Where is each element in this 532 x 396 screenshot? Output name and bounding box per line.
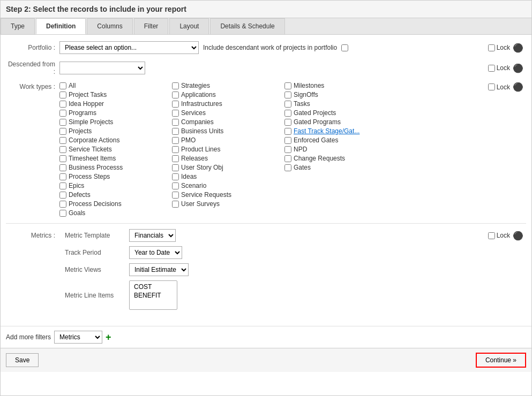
work-types-remove-icon[interactable]: ⚫: [513, 82, 523, 92]
tab-bar: Type Definition Columns Filter Layout De…: [1, 18, 531, 35]
descended-from-label: Descended from :: [6, 60, 59, 75]
add-more-filters-select[interactable]: Metrics Portfolio Work Type: [54, 331, 102, 344]
portfolio-controls: Please select an option... Include desce…: [59, 41, 348, 54]
descended-lock-checkbox: Lock: [488, 64, 510, 72]
checkbox-enforced-gates[interactable]: Enforced Gates: [284, 136, 392, 144]
add-filter-plus-icon[interactable]: +: [106, 332, 111, 342]
content-area: Portfolio : Please select an option... I…: [1, 35, 531, 322]
metric-views-select[interactable]: Initial Estimate Current Actual: [129, 263, 189, 276]
checkbox-fast-track[interactable]: Fast Track Stage/Gat...: [284, 127, 392, 135]
page-header: Step 2: Select the records to include in…: [1, 1, 531, 18]
metrics-line-items-row: Metric Line Items COST BENEFIT: [6, 280, 526, 310]
metric-template-select[interactable]: Financials Option 2 Option 3: [129, 229, 176, 242]
portfolio-remove-icon[interactable]: ⚫: [513, 43, 523, 53]
checkbox-simple-projects[interactable]: Simple Projects: [59, 118, 167, 126]
descended-from-controls: [59, 62, 488, 74]
descended-lock-area: Lock ⚫: [488, 63, 526, 73]
portfolio-lock-area: Lock ⚫: [488, 43, 526, 53]
footer: Save Continue »: [1, 348, 531, 372]
work-types-label: Work types :: [6, 82, 59, 217]
checkbox-idea-hopper[interactable]: Idea Hopper: [59, 100, 167, 108]
metric-views-label: Metric Views: [59, 266, 129, 273]
checkbox-gated-projects[interactable]: Gated Projects: [284, 109, 392, 117]
checkbox-pmo[interactable]: PMO: [172, 136, 279, 144]
checkbox-strategies[interactable]: Strategies: [172, 82, 279, 89]
checkbox-ideas[interactable]: Ideas: [172, 173, 279, 180]
portfolio-select[interactable]: Please select an option...: [59, 41, 199, 54]
checkbox-project-tasks[interactable]: Project Tasks: [59, 91, 167, 98]
tab-type[interactable]: Type: [1, 18, 35, 34]
checkbox-epics[interactable]: Epics: [59, 182, 167, 189]
checkbox-projects[interactable]: Projects: [59, 127, 167, 135]
metric-line-items-label: Metric Line Items: [59, 292, 129, 299]
checkbox-user-surveys[interactable]: User Surveys: [172, 200, 279, 208]
checkbox-process-decisions[interactable]: Process Decisions: [59, 200, 167, 208]
descended-lock-check[interactable]: [488, 65, 495, 72]
metrics-main-label: Metrics :: [6, 232, 59, 239]
tab-filter[interactable]: Filter: [134, 18, 169, 34]
work-types-lock-check[interactable]: [488, 83, 495, 90]
include-descendant-checkbox[interactable]: [341, 44, 348, 51]
checkbox-services[interactable]: Services: [172, 109, 279, 117]
checkbox-timesheet-items[interactable]: Timesheet Items: [59, 155, 167, 162]
metrics-remove-icon[interactable]: ⚫: [513, 231, 523, 241]
work-types-col2: Strategies Applications Infrastructures …: [172, 82, 279, 217]
checkbox-service-requests[interactable]: Service Requests: [172, 191, 279, 199]
descended-lock-label: Lock: [497, 64, 510, 72]
work-types-lock-checkbox: Lock: [488, 83, 510, 91]
tab-details-schedule[interactable]: Details & Schedule: [210, 18, 284, 34]
work-types-grid: All Project Tasks Idea Hopper Programs S…: [59, 82, 488, 217]
checkbox-companies[interactable]: Companies: [172, 118, 279, 126]
checkbox-applications[interactable]: Applications: [172, 91, 279, 98]
checkbox-scenario[interactable]: Scenario: [172, 182, 279, 189]
tab-columns[interactable]: Columns: [87, 18, 132, 34]
work-types-section: Work types : All Project Tasks Idea Hopp…: [6, 82, 526, 217]
checkbox-gated-programs[interactable]: Gated Programs: [284, 118, 392, 126]
track-period-label: Track Period: [59, 249, 129, 256]
checkbox-service-tickets[interactable]: Service Tickets: [59, 146, 167, 153]
checkbox-signoffs[interactable]: SignOffs: [284, 91, 392, 98]
track-period-select[interactable]: Year to Date Last Month Last Quarter: [129, 246, 182, 259]
checkbox-change-requests[interactable]: Change Requests: [284, 155, 392, 162]
descended-from-select[interactable]: [59, 62, 145, 74]
checkbox-programs[interactable]: Programs: [59, 109, 167, 117]
checkbox-milestones[interactable]: Milestones: [284, 82, 392, 89]
tab-layout[interactable]: Layout: [169, 18, 209, 34]
checkbox-product-lines[interactable]: Product Lines: [172, 146, 279, 153]
metrics-lock-check[interactable]: [488, 232, 495, 239]
add-more-filters-label: Add more filters: [6, 333, 51, 341]
checkbox-business-units[interactable]: Business Units: [172, 127, 279, 135]
checkbox-infrastructures[interactable]: Infrastructures: [172, 100, 279, 108]
portfolio-label: Portfolio :: [6, 44, 59, 51]
work-types-lock-label: Lock: [497, 83, 510, 91]
include-descendant-label: Include descendant work of projects in p…: [203, 44, 337, 51]
checkbox-user-story-obj[interactable]: User Story Obj: [172, 164, 279, 171]
descended-remove-icon[interactable]: ⚫: [513, 63, 523, 73]
page-title: Step 2: Select the records to include in…: [6, 5, 186, 13]
portfolio-row: Portfolio : Please select an option... I…: [6, 41, 526, 54]
metrics-lock-label: Lock: [497, 232, 510, 239]
metric-template-label: Metric Template: [59, 232, 129, 239]
checkbox-all[interactable]: All: [59, 82, 167, 89]
save-button[interactable]: Save: [6, 353, 39, 367]
metrics-section: Metrics : Metric Template Financials Opt…: [6, 223, 526, 310]
metrics-lock-area: Lock ⚫: [488, 231, 526, 241]
work-types-lock-area: Lock ⚫: [488, 82, 526, 92]
checkbox-npd[interactable]: NPD: [284, 146, 392, 153]
tab-definition[interactable]: Definition: [36, 18, 86, 34]
checkbox-corporate-actions[interactable]: Corporate Actions: [59, 136, 167, 144]
continue-button[interactable]: Continue »: [476, 353, 526, 368]
checkbox-gates[interactable]: Gates: [284, 164, 392, 171]
checkbox-goals[interactable]: Goals: [59, 209, 167, 217]
work-types-col1: All Project Tasks Idea Hopper Programs S…: [59, 82, 167, 217]
checkbox-releases[interactable]: Releases: [172, 155, 279, 162]
checkbox-process-steps[interactable]: Process Steps: [59, 173, 167, 180]
portfolio-lock-check[interactable]: [488, 44, 495, 51]
checkbox-defects[interactable]: Defects: [59, 191, 167, 199]
checkbox-business-processs[interactable]: Business Processs: [59, 164, 167, 171]
checkbox-tasks[interactable]: Tasks: [284, 100, 392, 108]
metric-line-items-select[interactable]: COST BENEFIT: [129, 280, 177, 310]
portfolio-lock-checkbox: Lock: [488, 44, 510, 51]
metrics-track-period-row: Track Period Year to Date Last Month Las…: [6, 246, 526, 259]
metrics-template-row: Metrics : Metric Template Financials Opt…: [6, 229, 526, 242]
